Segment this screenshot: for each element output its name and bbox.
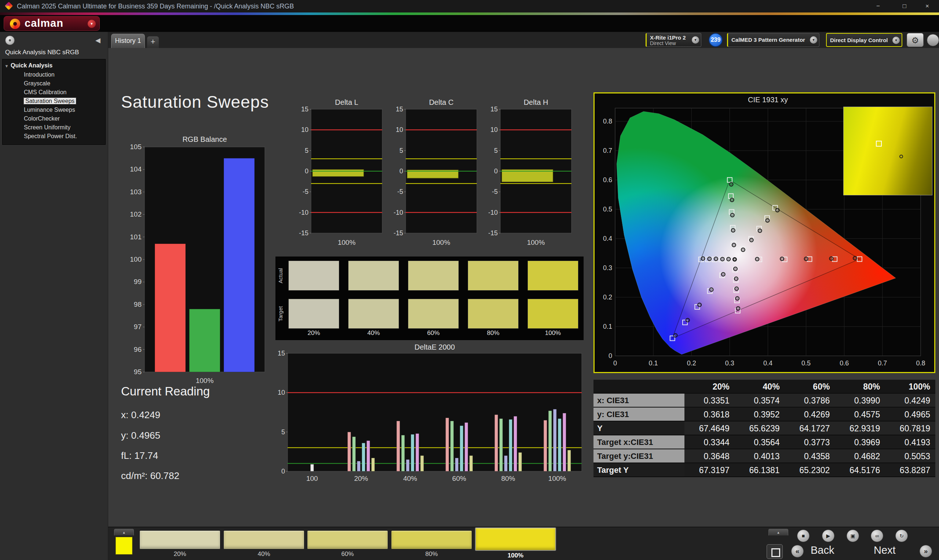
meter-status-badge: 239 <box>709 33 723 47</box>
logo-dropdown-icon[interactable]: ▼ <box>88 20 96 28</box>
sidebar-item-introduction[interactable]: Introduction <box>3 70 105 79</box>
toolbar: History 1 + X-Rite i1Pro 2 Direct View ▼… <box>108 32 939 48</box>
svg-text:0.1: 0.1 <box>649 360 658 367</box>
cie-zoom-inset <box>843 107 933 195</box>
pattern-color <box>307 530 388 549</box>
maximize-button[interactable]: □ <box>894 0 915 12</box>
pattern-label: 100% <box>475 552 556 559</box>
sidebar-round-button[interactable] <box>5 35 15 45</box>
inset-target-square <box>876 141 882 146</box>
preview-expand-button[interactable]: ▲ <box>114 529 134 535</box>
svg-text:0.6: 0.6 <box>603 176 612 184</box>
workflow-title: Quick Analysis NBC sRGB <box>5 49 79 56</box>
svg-text:-10: -10 <box>393 209 403 216</box>
table-column-header: 60% <box>785 380 835 394</box>
table-cell: 0.4193 <box>885 435 935 449</box>
sidebar-item-cms-calibration[interactable]: CMS Calibration <box>3 88 105 97</box>
pattern-button-20%[interactable]: 20% <box>139 530 220 559</box>
pattern-generator-dropdown[interactable]: CalMED 3 Pattern Generator ▼ <box>727 33 819 47</box>
svg-text:96: 96 <box>134 346 142 353</box>
sidebar-item-grayscale[interactable]: Grayscale <box>3 79 105 88</box>
svg-text:-15: -15 <box>299 229 308 237</box>
pattern-button-100%[interactable]: 100% <box>475 530 556 559</box>
add-tab-button[interactable]: + <box>147 36 159 48</box>
meter-dropdown[interactable]: X-Rite i1Pro 2 Direct View ▼ <box>646 33 701 47</box>
minimize-button[interactable]: − <box>868 0 888 12</box>
svg-text:100%: 100% <box>548 475 566 482</box>
svg-text:0.1: 0.1 <box>603 323 612 330</box>
table-cell: 62.9319 <box>835 422 885 435</box>
table-cell: 64.1727 <box>785 422 835 435</box>
actual-swatch-60% <box>408 261 459 291</box>
settings-gear-icon[interactable]: ⚙ <box>907 33 924 47</box>
table-cell: 0.4682 <box>835 449 885 463</box>
table-cell: 0.4249 <box>885 394 935 408</box>
stop-icon[interactable]: ■ <box>797 529 809 542</box>
table-cell: 63.8287 <box>885 463 935 477</box>
sidebar-collapse-icon[interactable]: ◀ <box>96 36 100 45</box>
pattern-label: 60% <box>307 551 388 558</box>
svg-text:5: 5 <box>281 428 285 436</box>
tree-twisty-icon[interactable]: ▾ <box>6 63 8 69</box>
pattern-label: 40% <box>224 551 304 558</box>
svg-text:-10: -10 <box>488 209 498 216</box>
swatch-column-label: 100% <box>527 329 578 337</box>
table-cell: 0.3564 <box>735 435 785 449</box>
display-control-dropdown[interactable]: Direct Display Control ▼ <box>826 33 902 47</box>
refresh-icon[interactable]: ↻ <box>895 529 908 542</box>
pattern-color <box>139 530 220 549</box>
table-row-label: y: CIE31 <box>594 408 685 422</box>
svg-text:100%: 100% <box>527 238 545 246</box>
page-title: Saturation Sweeps <box>121 92 269 112</box>
svg-text:20%: 20% <box>354 475 368 482</box>
meter-dropdown-icon[interactable]: ▼ <box>692 36 699 44</box>
pattern-button-60%[interactable]: 60% <box>307 530 388 559</box>
svg-text:10: 10 <box>396 126 403 134</box>
svg-text:103: 103 <box>130 188 142 196</box>
tab-history-1[interactable]: History 1 <box>111 34 145 48</box>
close-button[interactable]: × <box>917 0 937 12</box>
sidebar-item-screen-uniformity[interactable]: Screen Uniformity <box>3 123 105 132</box>
table-column-header: 80% <box>835 380 885 394</box>
transport-expand-button[interactable]: ▲ <box>768 529 788 535</box>
svg-text:15: 15 <box>278 350 285 357</box>
sidebar-item-spectral-power-dist-[interactable]: Spectral Power Dist. <box>3 132 105 141</box>
display-dropdown-icon[interactable]: ▼ <box>893 37 900 44</box>
svg-text:0.8: 0.8 <box>916 360 925 367</box>
svg-text:0: 0 <box>613 360 617 367</box>
table-cell: 0.3952 <box>735 408 785 422</box>
calman-logo-menu[interactable]: calman ▼ <box>4 16 100 31</box>
svg-text:-10: -10 <box>299 209 308 216</box>
loop-icon[interactable]: ∞ <box>871 529 883 542</box>
svg-text:0.2: 0.2 <box>687 360 696 367</box>
cie-1931-panel: CIE 1931 xy000.10.10.20.20.30.30.40.40.5… <box>594 92 935 373</box>
delta-e-2000-chart: DeltaE 200005101510020%40%60%80%100% <box>274 343 584 490</box>
sidebar-item-colorchecker[interactable]: ColorChecker <box>3 114 105 123</box>
pattern-color <box>224 530 304 549</box>
play-icon[interactable]: ▶ <box>822 529 834 542</box>
extra-round-button[interactable] <box>927 34 939 46</box>
pattern-button-40%[interactable]: 40% <box>224 530 304 559</box>
swatch-column-label: 40% <box>348 329 399 337</box>
actual-swatch-100% <box>527 261 578 291</box>
table-corner <box>594 380 685 394</box>
next-chevron-icon[interactable]: » <box>920 545 932 557</box>
table-cell: 65.6239 <box>735 422 785 435</box>
svg-text:15: 15 <box>301 106 308 113</box>
pattern-dropdown-icon[interactable]: ▼ <box>810 36 817 44</box>
sidebar-item-luminance-sweeps[interactable]: Luminance Sweeps <box>3 106 105 114</box>
back-chevron-icon[interactable]: « <box>791 545 804 557</box>
save-icon[interactable]: ▣ <box>846 529 859 542</box>
sidebar-item-label: Saturation Sweeps <box>24 98 76 104</box>
target-swatch-20% <box>288 299 339 329</box>
pattern-window-button[interactable] <box>766 544 783 559</box>
pattern-button-80%[interactable]: 80% <box>391 530 472 559</box>
back-button[interactable]: Back <box>811 544 834 556</box>
table-column-header: 100% <box>885 380 935 394</box>
svg-text:0.4: 0.4 <box>603 235 612 242</box>
svg-text:RGB Balance: RGB Balance <box>182 135 227 143</box>
next-button[interactable]: Next <box>874 544 896 556</box>
table-row-label: Target Y <box>594 463 685 477</box>
tree-root[interactable]: ▾Quick Analysis <box>3 61 105 70</box>
sidebar-item-saturation-sweeps[interactable]: Saturation Sweeps <box>3 97 105 106</box>
